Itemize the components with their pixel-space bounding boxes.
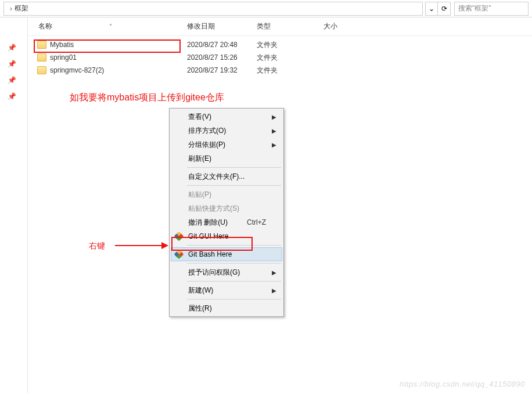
address-buttons: ⌄ ⟳ (425, 2, 451, 16)
submenu-arrow-icon: ▶ (272, 142, 276, 148)
git-icon (174, 250, 184, 259)
search-input[interactable]: 搜索"框架" (454, 2, 529, 16)
history-dropdown-button[interactable]: ⌄ (425, 2, 438, 16)
file-name: springmvc-827(2) (50, 66, 104, 74)
table-row[interactable]: Mybatis 2020/8/27 20:48 文件夹 (28, 38, 532, 51)
table-row[interactable]: spring01 2020/8/27 15:26 文件夹 (28, 51, 532, 64)
file-type: 文件夹 (257, 40, 323, 50)
menu-new[interactable]: 新建(W)▶ (171, 283, 282, 297)
breadcrumb-sep-icon: › (10, 5, 12, 13)
menu-separator (187, 185, 281, 186)
file-date: 2020/8/27 19:32 (187, 66, 257, 74)
file-type: 文件夹 (257, 53, 323, 63)
folder-icon (37, 41, 46, 49)
annotation-text-2: 右键 (89, 241, 105, 251)
menu-shortcut: Ctrl+Z (247, 218, 266, 226)
breadcrumb-current[interactable]: 框架 (15, 3, 28, 13)
menu-git-bash[interactable]: Git Bash Here (171, 247, 282, 261)
submenu-arrow-icon: ▶ (272, 128, 276, 134)
address-bar: › 框架 ⌄ ⟳ 搜索"框架" (0, 0, 532, 17)
file-type: 文件夹 (257, 66, 323, 75)
menu-grant-access[interactable]: 授予访问权限(G)▶ (171, 265, 282, 279)
column-date[interactable]: 修改日期 (187, 21, 257, 31)
menu-paste: 粘贴(P) (171, 188, 282, 201)
menu-separator (187, 281, 281, 282)
pin-icon[interactable]: 📌 (0, 41, 23, 55)
menu-refresh[interactable]: 刷新(E) (171, 152, 282, 165)
refresh-icon: ⟳ (441, 5, 447, 13)
pin-icon[interactable]: 📌 (0, 73, 23, 87)
column-name[interactable]: 名称˄ (37, 21, 187, 31)
menu-git-gui[interactable]: Git GUI Here (171, 229, 282, 243)
watermark: https://blog.csdn.net/qq_41150890 (400, 380, 525, 388)
pin-icon[interactable]: 📌 (0, 57, 23, 71)
git-icon (174, 232, 184, 241)
menu-separator (187, 167, 281, 168)
sort-asc-icon: ˄ (105, 23, 116, 30)
folder-icon (37, 53, 46, 62)
submenu-arrow-icon: ▶ (272, 269, 276, 276)
annotation-text-1: 如我要将mybatis项目上传到gitee仓库 (70, 92, 224, 104)
menu-separator (187, 299, 281, 300)
annotation-arrow-icon (115, 245, 167, 246)
menu-undo-delete[interactable]: 撤消 删除(U)Ctrl+Z (171, 215, 282, 229)
menu-separator (187, 263, 281, 264)
folder-icon (37, 66, 46, 74)
menu-view[interactable]: 查看(V)▶ (171, 110, 282, 124)
file-date: 2020/8/27 20:48 (187, 41, 257, 49)
file-name: Mybatis (50, 41, 74, 49)
quick-access-sidebar: 📌 📌 📌 📌 (0, 17, 28, 393)
pin-icon[interactable]: 📌 (0, 89, 23, 103)
chevron-down-icon: ⌄ (429, 5, 434, 13)
column-type[interactable]: 类型 (257, 21, 323, 31)
context-menu: 查看(V)▶ 排序方式(O)▶ 分组依据(P)▶ 刷新(E) 自定义文件夹(F)… (169, 108, 284, 317)
menu-group[interactable]: 分组依据(P)▶ (171, 138, 282, 152)
submenu-arrow-icon: ▶ (272, 287, 276, 294)
menu-separator (187, 245, 281, 246)
file-list-pane[interactable]: 名称˄ 修改日期 类型 大小 Mybatis 2020/8/27 20:48 文… (28, 17, 532, 393)
menu-paste-shortcut: 粘贴快捷方式(S) (171, 201, 282, 215)
file-date: 2020/8/27 15:26 (187, 53, 257, 62)
menu-sort[interactable]: 排序方式(O)▶ (171, 124, 282, 138)
submenu-arrow-icon: ▶ (272, 114, 276, 120)
menu-custom-folder[interactable]: 自定义文件夹(F)... (171, 170, 282, 183)
menu-properties[interactable]: 属性(R) (171, 301, 282, 315)
column-headers: 名称˄ 修改日期 类型 大小 (28, 17, 532, 36)
column-size[interactable]: 大小 (323, 21, 370, 31)
file-name: spring01 (50, 53, 77, 62)
refresh-button[interactable]: ⟳ (438, 2, 451, 16)
file-rows: Mybatis 2020/8/27 20:48 文件夹 spring01 202… (28, 36, 532, 77)
search-placeholder: 搜索"框架" (458, 3, 491, 13)
table-row[interactable]: springmvc-827(2) 2020/8/27 19:32 文件夹 (28, 64, 532, 77)
breadcrumb[interactable]: › 框架 (3, 2, 423, 16)
